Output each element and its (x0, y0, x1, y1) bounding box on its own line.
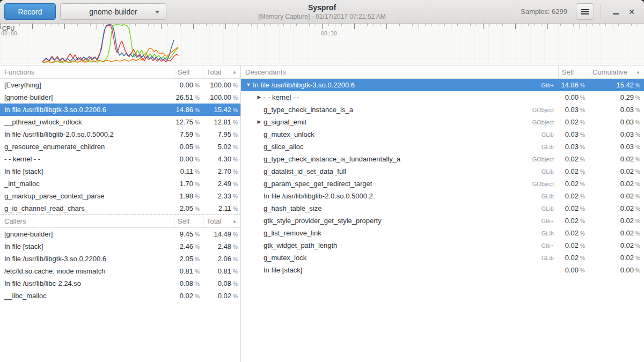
function-name: _int_malloc (4, 180, 40, 188)
record-button[interactable]: Record (4, 3, 56, 20)
percent-value: 0.02 (565, 155, 579, 163)
table-row[interactable]: g_type_check_instance_is_aGObject0.03%0.… (241, 104, 644, 116)
table-row[interactable]: gtk_widget_path_lengthGtk+0.02%0.02% (241, 239, 644, 252)
self-value: 0.05% (174, 143, 203, 151)
percent-value: 0.81 (180, 267, 193, 275)
table-row[interactable]: g_resource_enumerate_children0.05%5.02% (0, 141, 240, 153)
headerbar-separator (601, 5, 601, 18)
sort-ascending-icon: ▲ (232, 70, 237, 75)
percent-value: 0.02 (620, 241, 634, 249)
minimize-button[interactable] (608, 4, 624, 20)
cpu-usage-chart (0, 24, 644, 65)
table-row[interactable]: ▶- - kernel - -0.00%0.29% (241, 91, 644, 104)
main-area: Functions Self Total ▲ [Everything]0.00%… (0, 65, 644, 362)
percent-sign: % (580, 132, 585, 138)
cpu-graph[interactable]: CPU 00:00 00:30 (0, 24, 644, 65)
self-value: 14.86% (174, 106, 203, 114)
total-column-label: Total (207, 217, 221, 225)
table-row[interactable]: g_mutex_unlockGLib0.03%0.03% (241, 128, 644, 141)
table-row[interactable]: [gnome-builder]26.51%100.00% (0, 91, 240, 104)
self-column-header[interactable]: Self (558, 65, 589, 78)
table-row[interactable]: g_markup_parse_context_parse1.98%2.33% (0, 190, 240, 202)
cpu-green-line (43, 25, 178, 63)
table-row[interactable]: In file [stack]0.11%2.70% (0, 165, 240, 178)
percent-sign: % (580, 255, 585, 261)
table-row[interactable]: __libc_malloc0.02%0.02% (0, 290, 240, 302)
percent-sign: % (233, 181, 238, 187)
table-row[interactable]: g_datalist_id_set_data_fullGLib0.02%0.02… (241, 165, 644, 178)
time-label-start: 00:00 (1, 31, 17, 36)
total-column-header[interactable]: Total ▲ (203, 65, 240, 78)
table-row[interactable]: - - kernel - -0.00%4.30% (0, 153, 240, 165)
self-column-header[interactable]: Self (174, 215, 203, 227)
function-name: g_mutex_unlock (264, 130, 314, 138)
function-name-cell: [Everything] (0, 81, 174, 89)
table-row[interactable]: g_mutex_lockGLib0.02%0.02% (241, 252, 644, 264)
table-row[interactable]: g_param_spec_get_redirect_targetGObject0… (241, 178, 644, 190)
percent-sign: % (195, 232, 200, 238)
function-name: g_type_check_instance_is_a (264, 106, 353, 114)
table-row[interactable]: g_slice_allocGLib0.03%0.03% (241, 141, 644, 153)
table-row[interactable]: In file /usr/lib/libglib-2.0.so.0.5000.2… (0, 128, 240, 141)
total-column-header[interactable]: Total ▲ (203, 215, 240, 227)
self-value: 0.02% (558, 217, 589, 225)
library-tag: Gtk+ (541, 242, 558, 249)
percent-sign: % (635, 95, 640, 101)
table-row[interactable]: [gnome-builder]9.45%14.49% (0, 228, 240, 240)
expander-open-icon[interactable]: ▼ (244, 79, 253, 91)
function-name: In file [stack] (4, 167, 43, 175)
table-row[interactable]: In file /usr/lib/libc-2.24.so0.08%0.08% (0, 277, 240, 290)
menu-button[interactable] (576, 3, 594, 20)
descendants-column-header[interactable]: Descendants (241, 68, 558, 76)
percent-value: 9.45 (180, 230, 193, 238)
function-name: In file /usr/lib/libgtk-3.so.0.2200.6 (4, 255, 106, 263)
table-row[interactable]: ▶g_signal_emitGObject0.02%0.03% (241, 116, 644, 128)
title-box: Sysprof [Memory Capture] - 01/17/2017 07… (258, 3, 385, 20)
table-row[interactable]: g_type_check_instance_is_fundamentally_a… (241, 153, 644, 165)
function-name-cell: In file /usr/lib/libgtk-3.so.0.2200.6 (0, 106, 174, 114)
percent-value: 0.03 (620, 106, 634, 114)
process-selector-dropdown[interactable]: gnome-builder (60, 3, 166, 20)
function-name-cell: g_mutex_lockGLib (241, 254, 558, 262)
process-selector-label: gnome-builder (89, 8, 137, 16)
table-row[interactable]: In file /usr/lib/libglib-2.0.so.0.5000.2… (241, 190, 644, 202)
percent-sign: % (635, 255, 640, 261)
table-row[interactable]: g_hash_table_sizeGLib0.02%0.02% (241, 202, 644, 215)
cumulative-column-header[interactable]: Cumulative ▲ (589, 65, 644, 78)
table-row[interactable]: g_list_remove_linkGLib0.02%0.02% (241, 227, 644, 239)
library-tag: Gtk+ (541, 82, 558, 88)
percent-sign: % (635, 144, 640, 150)
table-row[interactable]: In file [stack]2.46%2.48% (0, 240, 240, 253)
table-row[interactable]: _int_malloc1.70%2.49% (0, 178, 240, 190)
percent-sign: % (233, 169, 238, 175)
cumulative-value: 0.02% (589, 241, 644, 249)
percent-value: 0.05 (180, 143, 193, 151)
close-button[interactable]: ✕ (624, 4, 640, 20)
functions-column-header[interactable]: Functions (0, 68, 174, 76)
table-row[interactable]: g_io_channel_read_chars2.05%2.11% (0, 202, 240, 215)
percent-sign: % (580, 243, 585, 249)
table-row[interactable]: In file /usr/lib/libgtk-3.so.0.2200.614.… (0, 104, 240, 116)
total-value: 2.48% (203, 242, 240, 250)
percent-value: 15.42 (214, 106, 232, 114)
self-column-header[interactable]: Self (174, 65, 203, 78)
table-row[interactable]: In file [stack]0.00%0.00% (241, 264, 644, 276)
function-name-cell: __pthread_rwlock_rdlock (0, 118, 174, 126)
chevron-down-icon (155, 11, 159, 13)
self-value: 0.03% (558, 130, 589, 138)
expander-closed-icon[interactable]: ▶ (255, 116, 264, 128)
function-name-cell: g_mutex_unlockGLib (241, 130, 558, 138)
expander-closed-icon[interactable]: ▶ (255, 91, 264, 104)
function-name-cell: g_markup_parse_context_parse (0, 192, 174, 200)
table-row[interactable]: ▼In file /usr/lib/libgtk-3.so.0.2200.6Gt… (241, 79, 644, 91)
table-row[interactable]: [Everything]0.00%100.00% (0, 79, 240, 91)
table-row[interactable]: In file /usr/lib/libgtk-3.so.0.2200.62.0… (0, 253, 240, 265)
cumulative-value: 0.03% (589, 130, 644, 138)
table-row[interactable]: gtk_style_provider_get_style_propertyGtk… (241, 215, 644, 227)
table-row[interactable]: __pthread_rwlock_rdlock12.75%12.81% (0, 116, 240, 128)
table-row[interactable]: /etc/ld.so.cache: inode mismatch0.81%0.8… (0, 265, 240, 277)
total-value: 7.95% (203, 130, 240, 138)
percent-sign: % (233, 107, 238, 113)
percent-value: 2.05 (180, 204, 193, 212)
callers-column-header[interactable]: Callers (0, 217, 174, 225)
